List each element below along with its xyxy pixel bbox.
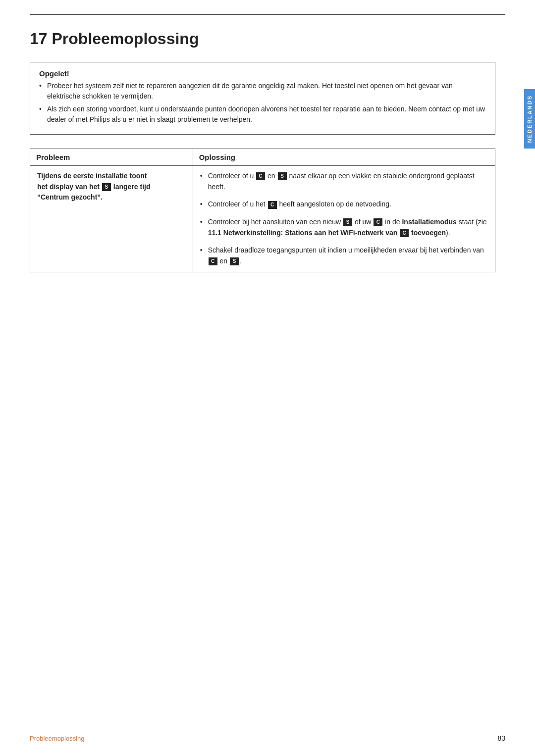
side-tab-label: NEDERLANDS [527, 95, 533, 143]
solution-item-4: Schakel draadloze toegangspunten uit ind… [200, 245, 488, 266]
top-border [30, 14, 505, 15]
footer-chapter-name: Probleemoplossing [30, 735, 85, 742]
table-header-solution: Oplossing [193, 149, 495, 166]
icon-s-4: S [230, 257, 239, 265]
warning-list: Probeer het systeem zelf niet te reparer… [39, 81, 486, 125]
warning-box: Opgelet! Probeer het systeem zelf niet t… [30, 62, 495, 135]
bold-installatiemodus: Installatiemodus [402, 218, 456, 226]
warning-item-2: Als zich een storing voordoet, kunt u on… [39, 104, 486, 125]
solution-item-3: Controleer bij het aansluiten van een ni… [200, 217, 488, 238]
warning-title: Opgelet! [39, 69, 486, 78]
icon-s-problem: S [102, 183, 111, 191]
icon-c-1: C [256, 172, 265, 180]
table-row: Tijdens de eerste installatie toonthet d… [30, 166, 495, 272]
footer: Probleemoplossing 83 [30, 734, 505, 742]
solution-item-1: Controleer of u C en S naast elkaar op e… [200, 171, 488, 192]
problem-text-line1: Tijdens de eerste installatie toonthet d… [37, 172, 151, 201]
side-tab: NEDERLANDS [524, 89, 535, 149]
content-area: 17 Probleemoplossing Opgelet! Probeer he… [30, 25, 495, 726]
trouble-table: Probleem Oplossing Tijdens de eerste ins… [30, 149, 495, 272]
chapter-title: 17 Probleemoplossing [30, 30, 495, 48]
bold-section-ref: 11.1 Netwerkinstelling: Stations aan het… [208, 229, 446, 237]
icon-c-2: C [268, 201, 277, 209]
footer-page-number: 83 [497, 734, 505, 742]
chapter-name: Probleemoplossing [52, 30, 199, 48]
solution-cell: Controleer of u C en S naast elkaar op e… [193, 166, 495, 272]
solution-item-2: Controleer of u het C heeft aangesloten … [200, 199, 488, 210]
icon-s-3: S [343, 218, 352, 226]
icon-s-1: S [278, 172, 287, 180]
solution-list: Controleer of u C en S naast elkaar op e… [200, 171, 488, 267]
chapter-number: 17 [30, 30, 48, 48]
icon-c-5: C [209, 257, 217, 265]
warning-item-1: Probeer het systeem zelf niet te reparer… [39, 81, 486, 101]
table-header-problem: Probleem [30, 149, 193, 166]
problem-cell: Tijdens de eerste installatie toonthet d… [30, 166, 193, 272]
icon-c-4: C [400, 229, 409, 237]
icon-c-3: C [374, 218, 382, 226]
